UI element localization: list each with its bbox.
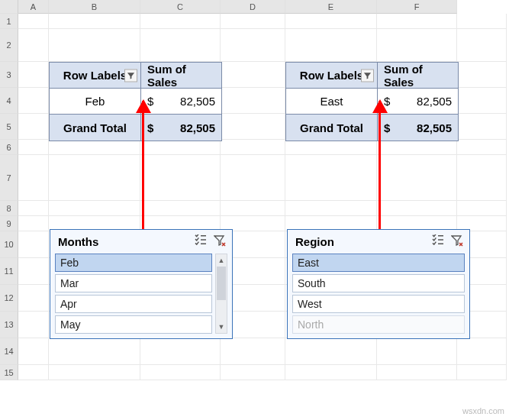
slicer-item-mar[interactable]: Mar bbox=[55, 274, 212, 292]
slicer-item-apr[interactable]: Apr bbox=[55, 295, 212, 313]
pivot2-grand-total-label: Grand Total bbox=[286, 115, 378, 141]
pivot2-rowlabel-text: Row Labels bbox=[300, 69, 363, 82]
slicer-months-title: Months bbox=[58, 235, 98, 248]
multi-select-icon[interactable] bbox=[194, 234, 208, 249]
row-header-13[interactable]: 13 bbox=[0, 312, 18, 338]
pivot1-rowlabel-text: Row Labels bbox=[63, 69, 127, 82]
row-header-10[interactable]: 10 bbox=[0, 231, 18, 258]
pivot2-sum-header: Sum of Sales bbox=[378, 63, 458, 89]
slicer-item-east[interactable]: East bbox=[292, 254, 465, 272]
slicer-item-may[interactable]: May bbox=[55, 315, 212, 334]
slicer-region[interactable]: Region East South West North bbox=[287, 229, 470, 339]
scroll-up-icon[interactable]: ▲ bbox=[216, 254, 227, 267]
pivot1-sum-header: Sum of Sales bbox=[141, 63, 221, 89]
clear-filter-icon[interactable] bbox=[214, 234, 226, 249]
pivot1-grand-total-value: $82,505 bbox=[141, 115, 221, 141]
slicer-item-feb[interactable]: Feb bbox=[55, 254, 212, 272]
row-header-11[interactable]: 11 bbox=[0, 258, 18, 285]
pivot1-data-value[interactable]: $82,505 bbox=[141, 89, 221, 115]
filter-icon[interactable] bbox=[124, 69, 137, 82]
row-header-4[interactable]: 4 bbox=[0, 88, 18, 114]
arrow-icon bbox=[379, 101, 381, 250]
row-header-6[interactable]: 6 bbox=[0, 140, 18, 155]
slicer-item-north[interactable]: North bbox=[292, 315, 465, 334]
slicer-months[interactable]: Months Feb Mar Apr May ▲ ▼ bbox=[50, 229, 233, 339]
pivot2-grand-total-value: $82,505 bbox=[378, 115, 458, 141]
multi-select-icon[interactable] bbox=[431, 234, 445, 249]
arrow-icon bbox=[142, 101, 144, 250]
row-headers: 1 2 3 4 5 6 7 8 9 10 11 12 13 14 15 bbox=[0, 0, 18, 380]
row-header-1[interactable]: 1 bbox=[0, 14, 18, 29]
column-headers: A B C D E F bbox=[18, 0, 457, 14]
col-header-b[interactable]: B bbox=[49, 0, 140, 14]
scrollbar[interactable]: ▲ ▼ bbox=[215, 254, 227, 334]
clear-filter-icon[interactable] bbox=[451, 234, 463, 249]
row-header-15[interactable]: 15 bbox=[0, 365, 18, 380]
scroll-thumb[interactable] bbox=[217, 267, 226, 300]
row-header-5[interactable]: 5 bbox=[0, 114, 18, 140]
slicer-region-title: Region bbox=[295, 235, 334, 248]
row-header-12[interactable]: 12 bbox=[0, 285, 18, 312]
watermark: wsxdn.com bbox=[462, 406, 504, 415]
row-header-3[interactable]: 3 bbox=[0, 62, 18, 88]
pivot2-data-label[interactable]: East bbox=[286, 89, 378, 115]
scroll-down-icon[interactable]: ▼ bbox=[216, 321, 227, 333]
col-header-f[interactable]: F bbox=[377, 0, 457, 14]
col-header-c[interactable]: C bbox=[140, 0, 221, 14]
row-header-9[interactable]: 9 bbox=[0, 216, 18, 231]
slicer-item-west[interactable]: West bbox=[292, 295, 465, 313]
filter-icon[interactable] bbox=[361, 69, 374, 82]
col-header-d[interactable]: D bbox=[221, 0, 285, 14]
slicer-item-south[interactable]: South bbox=[292, 274, 465, 292]
row-header-7[interactable]: 7 bbox=[0, 155, 18, 201]
col-header-e[interactable]: E bbox=[285, 0, 377, 14]
pivot1-grand-total-label: Grand Total bbox=[50, 115, 141, 141]
pivot2-row-labels-header[interactable]: Row Labels bbox=[286, 63, 378, 89]
pivot1-row-labels-header[interactable]: Row Labels bbox=[50, 63, 141, 89]
row-header-14[interactable]: 14 bbox=[0, 338, 18, 365]
col-header-a[interactable]: A bbox=[18, 0, 49, 14]
pivot1-data-label[interactable]: Feb bbox=[50, 89, 141, 115]
row-header-2[interactable]: 2 bbox=[0, 29, 18, 62]
pivot2-data-value[interactable]: $82,505 bbox=[378, 89, 458, 115]
row-header-8[interactable]: 8 bbox=[0, 201, 18, 216]
